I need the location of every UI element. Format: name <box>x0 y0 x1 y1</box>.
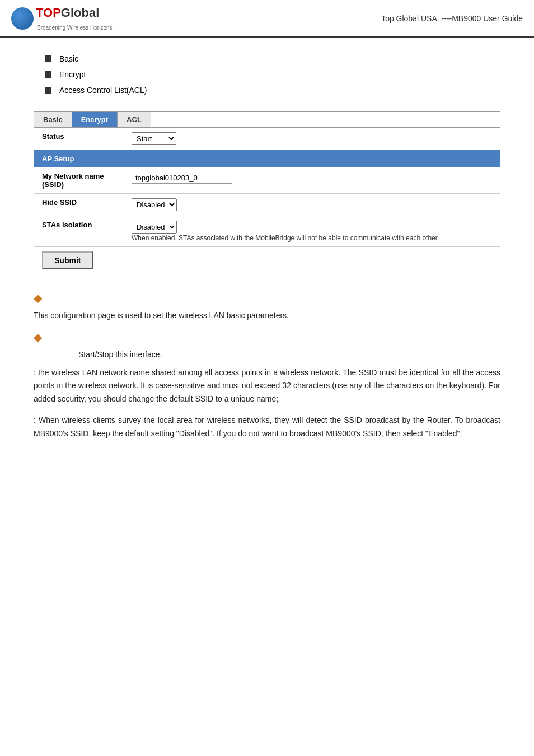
desc-status: Start/Stop this interface. <box>78 348 500 362</box>
status-value-cell: Start Stop <box>124 128 500 150</box>
logo-bottom-text: Global <box>61 6 99 20</box>
tab-encrypt[interactable]: Encrypt <box>72 112 118 127</box>
network-name-row: My Network name (SSID) <box>34 167 500 194</box>
stas-isolation-row: STAs isolation Disabled Enabled When ena… <box>34 216 500 247</box>
hide-ssid-row: Hide SSID Disabled Enabled <box>34 194 500 216</box>
diamond-icon-2: ◆ <box>34 330 500 344</box>
desc-ssid-text: : the wireless LAN network name shared a… <box>34 368 500 404</box>
tab-content: Status Start Stop AP Setup My Network na… <box>34 128 500 274</box>
tab-basic[interactable]: Basic <box>34 112 72 127</box>
tab-panel: Basic Encrypt ACL Status Start Stop AP S… <box>34 111 500 274</box>
list-item-basic-label: Basic <box>59 54 78 63</box>
submit-row: Submit <box>34 247 500 274</box>
stas-isolation-select[interactable]: Disabled Enabled <box>132 221 177 234</box>
status-select[interactable]: Start Stop <box>132 132 176 145</box>
section-header-row: AP Setup <box>34 150 500 168</box>
bullet-icon <box>45 87 51 94</box>
submit-cell: Submit <box>34 247 500 274</box>
stas-isolation-desc: When enabled, STAs associated with the M… <box>132 234 439 242</box>
page-header: TOPGlobal Broadening Wireless Horizons T… <box>0 0 534 38</box>
desc-hide-ssid: : When wireless clients survey the local… <box>34 414 500 441</box>
stas-isolation-label: STAs isolation <box>34 216 124 247</box>
hide-ssid-label: Hide SSID <box>34 194 124 216</box>
logo-tagline: Broadening Wireless Horizons <box>37 25 113 31</box>
bullet-icon <box>45 71 51 78</box>
diamond-icon-1: ◆ <box>34 291 500 305</box>
list-item-acl[interactable]: Access Control List(ACL) <box>45 86 500 95</box>
desc-intro: This configuration page is used to set t… <box>34 309 500 323</box>
list-item-encrypt-label: Encrypt <box>59 70 86 79</box>
main-content: Basic Encrypt Access Control List(ACL) B… <box>0 38 534 460</box>
form-table: Status Start Stop AP Setup My Network na… <box>34 128 500 274</box>
network-name-value-cell <box>124 167 500 194</box>
desc-hide-ssid-text: : When wireless clients survey the local… <box>34 416 500 438</box>
logo: TOPGlobal Broadening Wireless Horizons <box>11 6 113 31</box>
network-name-label: My Network name (SSID) <box>34 167 124 194</box>
header-title: Top Global USA. ----MB9000 User Guide <box>381 14 523 23</box>
status-row: Status Start Stop <box>34 128 500 150</box>
tab-bar: Basic Encrypt ACL <box>34 112 500 128</box>
description-section: ◆ This configuration page is used to set… <box>34 291 500 441</box>
network-name-input[interactable] <box>132 172 232 184</box>
logo-top-text: TOP <box>36 6 61 20</box>
hide-ssid-value-cell: Disabled Enabled <box>124 194 500 216</box>
tab-acl[interactable]: ACL <box>118 112 151 127</box>
status-label: Status <box>34 128 124 150</box>
bullet-icon <box>45 55 51 62</box>
ap-setup-header: AP Setup <box>34 150 500 168</box>
list-item-encrypt[interactable]: Encrypt <box>45 70 500 79</box>
submit-button[interactable]: Submit <box>42 251 93 269</box>
hide-ssid-select[interactable]: Disabled Enabled <box>132 198 177 211</box>
desc-ssid: : the wireless LAN network name shared a… <box>34 366 500 406</box>
stas-isolation-value-cell: Disabled Enabled When enabled, STAs asso… <box>124 216 500 247</box>
nav-bullet-list: Basic Encrypt Access Control List(ACL) <box>45 54 500 95</box>
logo-globe-icon <box>11 7 34 30</box>
list-item-acl-label: Access Control List(ACL) <box>59 86 147 95</box>
list-item-basic[interactable]: Basic <box>45 54 500 63</box>
